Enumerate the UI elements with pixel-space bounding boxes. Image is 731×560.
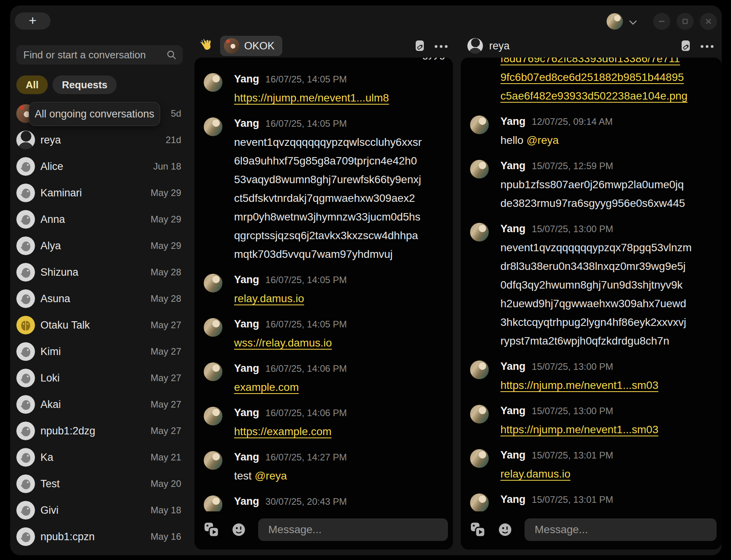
chevron-down-icon[interactable] [629, 19, 637, 26]
avatar[interactable] [470, 116, 489, 134]
emoji-picker-icon[interactable] [498, 523, 512, 537]
mention[interactable]: @reya [526, 134, 559, 146]
message-link[interactable]: relay.damus.io [500, 468, 570, 480]
conversation-item[interactable]: Akai May 27 [16, 391, 181, 418]
conversation-time: May 27 [150, 399, 181, 410]
message-link[interactable]: f8dd769c762fc83393d6f13386/7e711 9fc6b07… [500, 58, 687, 102]
emoji-picker-icon[interactable] [232, 523, 246, 537]
message-sender[interactable]: Yang [234, 362, 259, 374]
search-input[interactable] [23, 45, 163, 65]
chat-peer-name: reya [489, 40, 510, 52]
conversation-item[interactable]: reya 21d [16, 127, 181, 153]
conversation-name: Otaku Talk [40, 319, 90, 331]
filter-requests[interactable]: Requests [52, 75, 117, 94]
avatar[interactable] [204, 117, 222, 136]
message-link[interactable]: https://njump.me/nevent1...sm03 [500, 379, 658, 391]
screen: + All Requests 5d reya [0, 0, 731, 560]
conversation-time: May 16 [150, 531, 181, 542]
new-conversation-button[interactable]: + [15, 12, 51, 30]
avatar [16, 369, 35, 387]
account-avatar[interactable] [607, 13, 623, 30]
message-sender[interactable]: Yang [234, 117, 259, 130]
message-input[interactable] [258, 518, 448, 541]
message-sender[interactable]: Yang [500, 449, 526, 461]
avatar[interactable] [204, 495, 222, 511]
message-input[interactable] [525, 518, 717, 541]
avatar[interactable] [470, 160, 489, 178]
conversation-name: Kimi [40, 346, 61, 358]
avatar[interactable] [467, 38, 483, 54]
avatar[interactable] [204, 274, 222, 292]
note-edit-icon[interactable] [414, 40, 425, 54]
avatar [16, 316, 35, 334]
media-picker-icon[interactable] [470, 522, 486, 537]
conversation-item[interactable]: npub1:cpzn May 16 [16, 523, 181, 550]
message-sender[interactable]: Yang [500, 160, 526, 172]
avatar [16, 263, 35, 282]
message-sender[interactable]: Yang [234, 274, 259, 286]
conversation-item[interactable]: Shizuna May 28 [16, 259, 181, 285]
avatar[interactable] [204, 407, 222, 425]
conversation-item[interactable]: Test May 20 [16, 471, 181, 497]
message-body: https://example.com [234, 422, 445, 441]
message-sender[interactable]: Yang [500, 494, 526, 506]
message-timestamp: 15/07/25, 13:01 PM [532, 494, 613, 505]
conversation-name: npub1:cpzn [40, 531, 95, 543]
conversation-name: Loki [40, 372, 60, 384]
avatar[interactable] [470, 360, 489, 379]
conversation-item[interactable]: Otaku Talk May 27 [16, 312, 181, 338]
message-body: relay.damus.io [234, 289, 445, 308]
conversation-item[interactable]: Asuna May 28 [16, 285, 181, 312]
message-sender[interactable]: Yang [234, 407, 259, 419]
message-sender[interactable]: Yang [234, 495, 259, 508]
filter-all[interactable]: All [16, 75, 48, 94]
message-sender[interactable]: Yang [234, 73, 259, 85]
conversation-item[interactable]: Kaminari May 29 [16, 180, 181, 206]
avatar[interactable] [204, 73, 222, 92]
message-sender[interactable]: Yang [500, 360, 526, 373]
avatar [16, 342, 35, 361]
more-options-icon[interactable] [435, 45, 448, 48]
message-body: wss://relay.damus.io [500, 509, 714, 511]
avatar[interactable] [204, 362, 222, 381]
message: Yang 12/07/25, 09:14 AM hello @reya [470, 116, 714, 150]
media-picker-icon[interactable] [204, 522, 219, 537]
conversation-item[interactable]: Alya May 29 [16, 233, 181, 259]
chat-tab-label: OKOK [244, 40, 275, 52]
minimize-button[interactable] [653, 13, 670, 30]
conversation-item[interactable]: Kimi May 27 [16, 338, 181, 365]
message-link[interactable]: wss://relay.damus.io [234, 337, 332, 349]
conversation-time: May 29 [150, 240, 181, 251]
app-window: + All Requests 5d reya [10, 5, 722, 555]
avatar[interactable] [470, 494, 489, 511]
message-link[interactable]: example.com [234, 381, 299, 393]
conversation-item[interactable]: Anna May 29 [16, 206, 181, 233]
message-sender[interactable]: Yang [500, 405, 526, 417]
message-sender[interactable]: Yang [234, 451, 259, 463]
message-link[interactable]: https://njump.me/nevent1...ulm8 [234, 92, 389, 104]
note-edit-icon[interactable] [680, 40, 691, 54]
conversation-item[interactable]: Ka May 21 [16, 444, 181, 471]
conversation-item[interactable]: Givi May 18 [16, 497, 181, 523]
more-options-icon[interactable] [701, 45, 714, 48]
conversation-item[interactable]: Alice Jun 18 [16, 153, 181, 180]
message-input-bar [204, 518, 448, 541]
message-sender[interactable]: Yang [500, 116, 526, 128]
avatar[interactable] [470, 223, 489, 242]
maximize-button[interactable] [677, 13, 694, 30]
avatar[interactable] [470, 449, 489, 468]
mention[interactable]: @reya [255, 470, 287, 482]
message-link[interactable]: relay.damus.io [234, 292, 304, 304]
message-link[interactable]: https://njump.me/nevent1...sm03 [500, 424, 658, 436]
message-sender[interactable]: Yang [500, 223, 526, 235]
message-sender[interactable]: Yang [234, 318, 259, 330]
message-link[interactable]: https://example.com [234, 425, 332, 438]
avatar[interactable] [204, 318, 222, 337]
conversation-item[interactable]: Loki May 27 [16, 365, 181, 391]
message-timestamp: 15/07/25, 12:59 PM [532, 161, 613, 172]
avatar[interactable] [470, 405, 489, 424]
conversation-item[interactable]: npub1:2dzg May 27 [16, 418, 181, 444]
chat-tab-okok[interactable]: OKOK [220, 36, 282, 56]
close-button[interactable] [700, 13, 717, 30]
avatar[interactable] [204, 451, 222, 470]
